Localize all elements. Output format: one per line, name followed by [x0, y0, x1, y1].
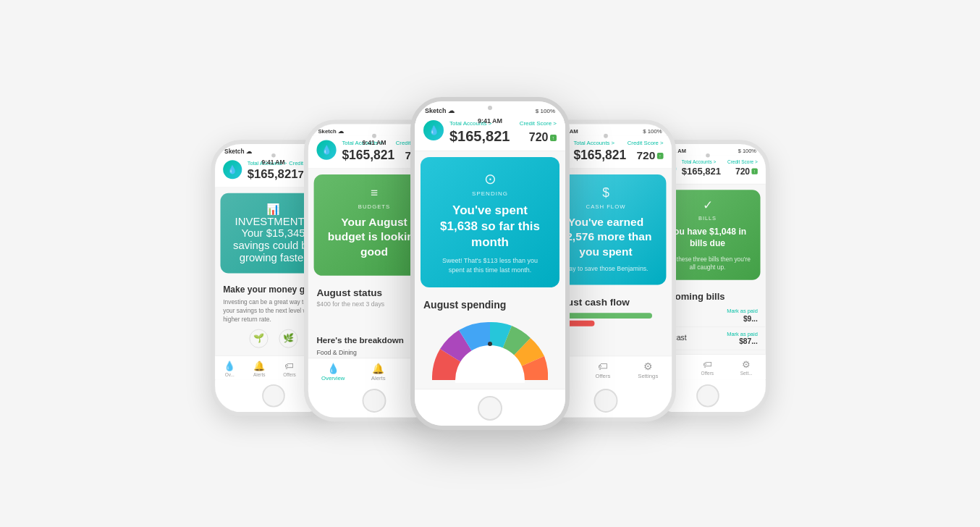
spending-section-title: August spending — [415, 293, 565, 313]
credit-score-value: 720 ↑ — [636, 149, 663, 161]
budgets-icon: ≡ — [325, 186, 423, 201]
balance-amount: $165,821 — [573, 148, 626, 162]
status-battery: $ 100% — [738, 148, 756, 154]
credit-badge: ↑ — [656, 153, 663, 159]
spending-icon: ⊙ — [434, 170, 546, 187]
nav-alerts-label: Alerts — [253, 372, 265, 377]
offers-icon: 🏷 — [702, 359, 711, 370]
balance-amount: $165,821 — [342, 148, 394, 162]
nav-settings-label: Sett... — [740, 371, 752, 376]
investments-tag: INVESTMENTS — [229, 216, 316, 228]
status-time: 9:41 AM — [261, 159, 284, 165]
nav-alerts-label: Alerts — [371, 376, 386, 382]
spending-subtitle: Sweet! That's $113 less than you spent a… — [434, 256, 546, 274]
app-logo: 💧 — [423, 120, 444, 140]
cashflow-title: You've earned $2,576 more than you spent — [557, 215, 655, 259]
spending-card: ⊙ SPENDING You've spent $1,638 so far th… — [421, 157, 559, 287]
nav-overview[interactable]: 💧 Overview — [321, 363, 345, 381]
balance-amount: $165,821 — [681, 166, 720, 177]
total-accounts-label: Total Accounts > — [681, 159, 716, 164]
status-battery: $ 100% — [643, 128, 662, 135]
status-signal: Sketch ☁ — [224, 148, 252, 155]
home-button[interactable] — [261, 384, 284, 408]
status-time: 9:41 AM — [478, 117, 502, 125]
bill-mark-comcast[interactable]: Mark as paid — [727, 331, 758, 337]
credit-score-value: 720 ↑ — [529, 131, 557, 144]
spending-title: You've spent $1,638 so far this month — [434, 203, 546, 250]
credit-score-value: 720 ↑ — [735, 166, 757, 177]
invest-icon-2: 🌿 — [278, 329, 297, 350]
home-button[interactable] — [478, 396, 502, 421]
phones-container: Sketch ☁ 9:41 AM $ 💧 Total Accounts > Cr… — [0, 0, 980, 527]
nav-overview-label: Ov... — [224, 372, 234, 377]
home-button[interactable] — [594, 389, 618, 413]
phone-spending: Sketch ☁ 9:41 AM $ 100% 💧 Total Accounts… — [410, 97, 570, 430]
settings-icon: ⚙ — [643, 361, 653, 372]
nav-offers[interactable]: 🏷 Offers — [595, 361, 610, 379]
bottom-nav: 💧 Overview 🔔 Alerts 🏷 Offers ⚙ Settings — [415, 389, 565, 391]
home-button[interactable] — [696, 384, 719, 408]
app-logo: 💧 — [316, 140, 336, 160]
total-accounts-label[interactable]: Total Accounts > — [573, 140, 614, 147]
bill-amount-comcast: $87... — [727, 337, 758, 345]
overview-icon: 💧 — [224, 360, 235, 371]
investments-icon: 📊 — [229, 203, 316, 216]
nav-offers[interactable]: 🏷 Offers — [701, 359, 714, 376]
nav-overview-label: Overview — [321, 376, 345, 382]
nav-offers-label: Offers — [283, 372, 296, 377]
status-bar: Sketch ☁ 9:41 AM $ 100% — [415, 101, 565, 116]
nav-overview[interactable]: 💧 Ov... — [224, 360, 235, 376]
app-logo: 💧 — [223, 160, 242, 179]
nav-settings[interactable]: ⚙ Settings — [638, 361, 658, 379]
balance-amount: $165,821 — [449, 128, 510, 145]
settings-icon: ⚙ — [742, 359, 751, 370]
cashflow-subtitle: Way to save those Benjamins. — [557, 265, 655, 274]
offers-icon: 🏷 — [284, 360, 294, 371]
credit-score-label[interactable]: Credit Score > — [520, 120, 557, 127]
cashflow-icon: $ — [557, 186, 655, 201]
status-signal: Sketch ☁ — [425, 107, 455, 114]
nav-settings[interactable]: ⚙ Sett... — [740, 359, 752, 376]
credit-score-label: Credit Score > — [727, 159, 757, 164]
status-time: 9:41 AM — [362, 140, 386, 147]
overview-icon: 💧 — [327, 363, 339, 374]
credit-badge: ↑ — [550, 135, 557, 141]
plant-icon: 🌱 — [249, 329, 268, 347]
growth-icon: 🌿 — [278, 329, 297, 347]
budgets-tag: BUDGETS — [325, 203, 423, 210]
nav-alerts[interactable]: 🔔 Alerts — [371, 363, 386, 381]
offers-icon: 🏷 — [598, 361, 608, 372]
bill-amount-rent: $9... — [727, 314, 758, 322]
status-battery: $ 100% — [536, 108, 555, 114]
alerts-icon: 🔔 — [372, 363, 384, 374]
spending-chart — [415, 313, 565, 389]
budgets-title: Your August budget is looking good — [325, 215, 423, 259]
status-signal: Sketch ☁ — [318, 128, 343, 135]
bill-mark-rent[interactable]: Mark as paid — [727, 308, 758, 314]
balance-amount: $165,821 — [247, 167, 297, 182]
phone-screen: 💧 Total Accounts > Credit Score > $165,8… — [415, 116, 565, 391]
bill-right-comcast: Mark as paid $87... — [727, 331, 758, 345]
alerts-icon: 🔔 — [253, 360, 265, 371]
invest-icon-1: 🌱 — [249, 329, 268, 350]
credit-score-label[interactable]: Credit Score > — [628, 140, 664, 147]
spending-tag: SPENDING — [434, 190, 546, 197]
cashflow-tag: CASH FLOW — [557, 203, 655, 210]
nav-offers-label: Offers — [595, 374, 610, 380]
nav-settings-label: Settings — [638, 374, 658, 380]
investments-title: Your $15,345 savings could be growing fa… — [229, 227, 316, 264]
phone-bottom — [415, 391, 565, 426]
nav-offers-label: Offers — [701, 371, 714, 376]
nav-alerts[interactable]: 🔔 Alerts — [253, 360, 265, 376]
bill-right-rent: Mark as paid $9... — [727, 308, 758, 323]
nav-offers[interactable]: 🏷 Offers — [283, 360, 296, 376]
credit-badge: ↑ — [751, 168, 757, 174]
home-button[interactable] — [363, 389, 386, 413]
svg-point-2 — [488, 342, 492, 346]
